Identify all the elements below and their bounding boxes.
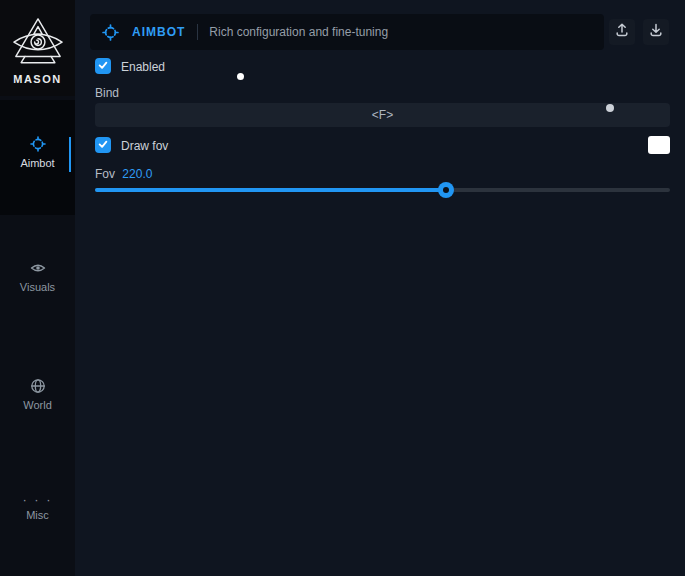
sidebar-item-label: Aimbot [20, 157, 54, 169]
header-divider [197, 24, 198, 40]
draw-fov-label: Draw fov [121, 139, 168, 153]
sidebar: MASON Aimbot Visuals [0, 0, 75, 576]
draw-fov-checkbox[interactable] [95, 137, 111, 153]
indicator-dot [606, 104, 614, 112]
fov-label: Fov [95, 167, 115, 181]
brand-name: MASON [13, 73, 61, 85]
enabled-label: Enabled [121, 60, 165, 74]
upload-config-button[interactable] [609, 19, 635, 45]
crosshair-icon [30, 136, 46, 152]
fov-color-swatch[interactable] [648, 136, 670, 154]
fov-value: 220.0 [122, 167, 152, 181]
checkmark-icon [97, 57, 109, 75]
sidebar-item-label: Visuals [20, 281, 55, 293]
sidebar-item-misc[interactable]: · · · Misc [0, 496, 75, 521]
sidebar-item-aimbot[interactable]: Aimbot [0, 136, 75, 169]
main-panel: AIMBOT Rich configuration and fine-tunin… [75, 0, 685, 576]
crosshair-icon [102, 24, 119, 41]
cursor-dot [237, 73, 244, 80]
bind-key-field[interactable]: <F> [95, 103, 670, 127]
page-header: AIMBOT Rich configuration and fine-tunin… [90, 14, 604, 50]
ellipsis-icon: · · · [22, 496, 52, 504]
page-subtitle: Rich configuration and fine-tuning [209, 25, 388, 39]
app-window: MASON Aimbot Visuals [0, 0, 685, 576]
sidebar-item-label: Misc [26, 509, 49, 521]
download-config-button[interactable] [643, 19, 669, 45]
fov-row: Fov 220.0 [95, 167, 152, 181]
eye-icon [30, 260, 46, 276]
brand-logo: MASON [0, 0, 75, 96]
bind-label: Bind [95, 86, 119, 100]
sidebar-item-world[interactable]: World [0, 378, 75, 411]
enabled-checkbox[interactable] [95, 58, 111, 74]
bind-key-value: <F> [372, 108, 393, 122]
upload-icon [614, 22, 630, 42]
fov-slider[interactable] [95, 188, 670, 192]
eye-pyramid-logo-icon [12, 16, 64, 70]
fov-slider-thumb[interactable] [438, 182, 454, 198]
page-title: AIMBOT [132, 25, 185, 39]
sidebar-item-label: World [23, 399, 52, 411]
slider-thumb-hole [443, 187, 449, 193]
checkmark-icon [97, 136, 109, 154]
sidebar-item-visuals[interactable]: Visuals [0, 260, 75, 293]
globe-icon [30, 378, 46, 394]
fov-slider-fill [95, 188, 446, 192]
download-icon [648, 22, 664, 42]
